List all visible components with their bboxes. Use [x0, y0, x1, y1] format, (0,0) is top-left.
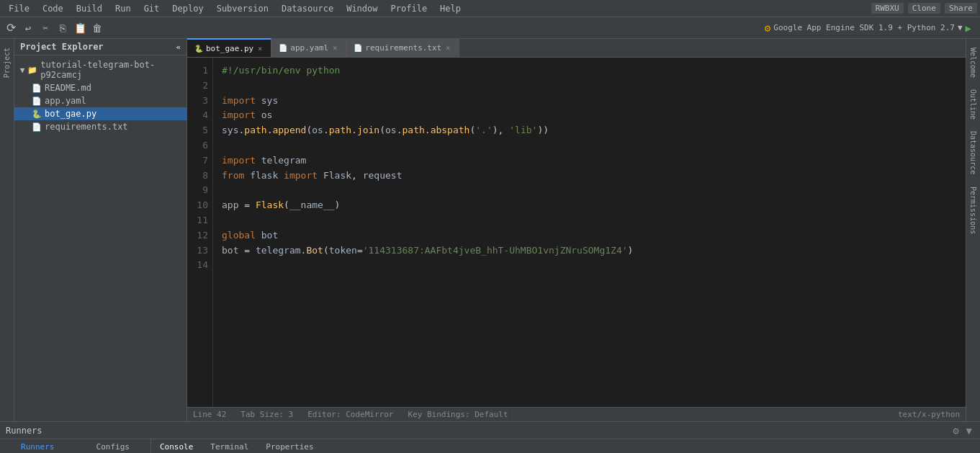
- tree-label-readme: README.md: [45, 83, 91, 93]
- menu-item-window[interactable]: Window: [341, 2, 383, 15]
- code-editor[interactable]: 12345 678910 11121314 #!/usr/bin/env pyt…: [187, 58, 966, 407]
- project-explorer-header: Project Explorer «: [14, 39, 186, 55]
- runners-settings-icon[interactable]: ⚙: [950, 425, 961, 436]
- left-tabs: Project: [0, 39, 14, 421]
- runners-sidebar-tabs: Runners Configs: [0, 439, 150, 453]
- menu-item-code[interactable]: Code: [37, 2, 69, 15]
- status-right: text/x-python: [898, 410, 960, 419]
- tab-close-appyaml[interactable]: ×: [331, 44, 338, 52]
- menu-bar: File Code Build Run Git Deploy Subversio…: [0, 0, 980, 17]
- tree-item-botgae[interactable]: 🐍 bot_gae.py: [14, 107, 186, 120]
- status-keybindings: Key Bindings: Default: [408, 410, 508, 419]
- sidebar-tab-configs[interactable]: Configs: [76, 439, 151, 453]
- menu-item-run[interactable]: Run: [109, 2, 137, 15]
- runners-title: Runners: [6, 426, 42, 436]
- sdk-icon: ⚙: [765, 22, 770, 34]
- project-tree: ▼ 📁 tutorial-telegram-bot-p92camcj 📄 REA…: [14, 55, 186, 421]
- sdk-arrow-icon: ▶: [966, 22, 971, 34]
- tree-item-requirements[interactable]: 📄 requirements.txt: [14, 120, 186, 133]
- tab-label-botgae: bot_gae.py: [206, 44, 253, 53]
- right-tab-welcome[interactable]: Welcome: [968, 42, 979, 84]
- sdk-expand-icon[interactable]: ▼: [958, 23, 963, 32]
- menu-item-file[interactable]: File: [3, 2, 35, 15]
- console-area: Console Terminal Properties [DOCKER] ---…: [151, 439, 980, 453]
- tab-close-botgae[interactable]: ×: [256, 45, 264, 53]
- folder-icon: 📁: [27, 66, 37, 75]
- tree-item-root[interactable]: ▼ 📁 tutorial-telegram-bot-p92camcj: [14, 58, 186, 81]
- tab-label-appyaml: app.yaml: [290, 43, 328, 53]
- console-tabs: Console Terminal Properties: [151, 439, 980, 453]
- console-tab-properties[interactable]: Properties: [257, 439, 322, 453]
- editor-status: Line 42 Tab Size: 3 Editor: CodeMirror K…: [187, 407, 966, 421]
- tree-item-readme[interactable]: 📄 README.md: [14, 81, 186, 94]
- tree-label-requirements: requirements.txt: [45, 122, 128, 132]
- editor-tab-appyaml[interactable]: 📄 app.yaml ×: [271, 38, 346, 57]
- line-numbers: 12345 678910 11121314: [187, 58, 213, 407]
- menu-item-help[interactable]: Help: [434, 2, 467, 15]
- toolbar-btn-delete[interactable]: 🗑: [89, 20, 105, 36]
- pe-title: Project Explorer: [20, 42, 104, 52]
- main-layout: Project Project Explorer « ▼ 📁 tutorial-…: [0, 39, 980, 421]
- right-tabs: Welcome Outline Datasource Permissions: [966, 39, 980, 421]
- runners-header: Runners ⚙ ▼: [0, 422, 980, 439]
- toolbar-btn-cut[interactable]: ✂: [37, 20, 53, 36]
- menu-item-datasource[interactable]: Datasource: [276, 2, 339, 15]
- tab-icon-requirements: 📄: [354, 44, 362, 52]
- right-tab-datasource[interactable]: Datasource: [968, 125, 979, 180]
- file-icon-botgae: 🐍: [32, 109, 42, 119]
- status-editor: Editor: CodeMirror: [307, 410, 393, 419]
- runners-collapse-icon[interactable]: ▼: [964, 425, 974, 436]
- tree-label-appyaml: app.yaml: [45, 96, 86, 106]
- menu-right: RWBXU Clone Share: [871, 3, 977, 14]
- menu-item-subversion[interactable]: Subversion: [211, 2, 274, 15]
- menu-item-git[interactable]: Git: [138, 2, 166, 15]
- editor-tab-botgae[interactable]: 🐍 bot_gae.py ×: [187, 38, 271, 57]
- tree-item-appyaml[interactable]: 📄 app.yaml: [14, 94, 186, 107]
- editor-tabs: 🐍 bot_gae.py × 📄 app.yaml × 📄 requiremen…: [187, 39, 966, 58]
- pe-collapse-icon[interactable]: «: [176, 42, 181, 52]
- console-tab-console[interactable]: Console: [151, 439, 202, 453]
- toolbar-btn-back[interactable]: ↩: [20, 20, 36, 36]
- code-content[interactable]: #!/usr/bin/env python import sys import …: [213, 58, 966, 407]
- sdk-label: Google App Engine SDK 1.9 + Python 2.7: [773, 23, 955, 32]
- console-tab-terminal[interactable]: Terminal: [202, 439, 257, 453]
- editor-area: 🐍 bot_gae.py × 📄 app.yaml × 📄 requiremen…: [187, 39, 966, 421]
- project-explorer: Project Explorer « ▼ 📁 tutorial-telegram…: [14, 39, 187, 421]
- status-lang: text/x-python: [898, 410, 960, 419]
- tree-label-botgae: bot_gae.py: [45, 109, 96, 119]
- runners-sidebar: Runners Configs ✓ Clear Inactives Runner…: [0, 439, 151, 453]
- toolbar-btn-paste[interactable]: 📋: [72, 20, 88, 36]
- toolbar-btn-copy[interactable]: ⎘: [55, 20, 71, 36]
- file-icon-yaml: 📄: [32, 97, 42, 106]
- folder-expand-icon: ▼: [20, 66, 25, 75]
- status-line: Line 42: [193, 410, 226, 419]
- tab-icon-appyaml: 📄: [279, 44, 287, 52]
- toolbar-btn-refresh[interactable]: ⟳: [3, 20, 19, 36]
- right-tab-outline[interactable]: Outline: [968, 84, 979, 125]
- right-tab-permissions[interactable]: Permissions: [968, 181, 979, 240]
- tree-item-label-root: tutorial-telegram-bot-p92camcj: [40, 60, 184, 80]
- tab-icon-botgae: 🐍: [194, 45, 203, 53]
- sdk-bar: ⚙ Google App Engine SDK 1.9 + Python 2.7…: [759, 22, 977, 34]
- status-tab-size: Tab Size: 3: [240, 410, 293, 419]
- clone-button[interactable]: Clone: [908, 3, 940, 14]
- runners-header-buttons: ⚙ ▼: [950, 425, 974, 436]
- menu-item-build[interactable]: Build: [71, 2, 108, 15]
- editor-tab-requirements[interactable]: 📄 requirements.txt ×: [346, 38, 459, 57]
- toolbar: ⟳ ↩ ✂ ⎘ 📋 🗑 ⚙ Google App Engine SDK 1.9 …: [0, 17, 980, 39]
- bottom-panel: Runners ⚙ ▼ Runners Configs ✓ Clear Inac…: [0, 421, 980, 453]
- share-button[interactable]: Share: [945, 3, 977, 14]
- file-icon-requirements: 📄: [32, 122, 42, 132]
- tab-close-requirements[interactable]: ×: [444, 44, 451, 52]
- left-tab-project[interactable]: Project: [1, 42, 12, 84]
- tab-label-requirements: requirements.txt: [365, 43, 441, 53]
- file-icon-md: 📄: [32, 84, 42, 93]
- menu-item-deploy[interactable]: Deploy: [166, 2, 209, 15]
- bottom-content: Runners Configs ✓ Clear Inactives Runner…: [0, 439, 980, 453]
- sidebar-tab-runners[interactable]: Runners: [0, 439, 76, 453]
- menu-item-profile[interactable]: Profile: [385, 2, 433, 15]
- rwbxu-label: RWBXU: [871, 3, 904, 14]
